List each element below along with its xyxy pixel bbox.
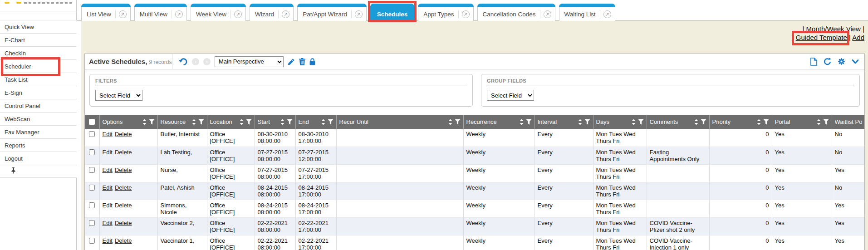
guided-template-link[interactable]: Guided Template — [796, 34, 847, 41]
sort-icon[interactable] — [448, 119, 452, 125]
edit-link[interactable]: Edit — [103, 167, 113, 173]
trash-icon[interactable] — [299, 58, 305, 65]
sort-icon[interactable] — [578, 119, 582, 125]
tab-cancellation-codes[interactable]: Cancellation Codes↗ — [477, 4, 555, 21]
edit-pencil-icon[interactable] — [288, 58, 295, 65]
lock-icon[interactable] — [309, 58, 315, 65]
sidebar-pin-toggle[interactable] — [0, 165, 77, 178]
add-link[interactable]: Add — [852, 34, 864, 41]
filter-funnel-icon[interactable] — [763, 119, 769, 125]
filter-funnel-icon[interactable] — [246, 119, 252, 125]
open-in-new-window-icon[interactable]: ↗ — [119, 10, 127, 18]
edit-link[interactable]: Edit — [103, 237, 113, 244]
delete-link[interactable]: Delete — [115, 184, 132, 191]
open-in-new-window-icon[interactable]: ↗ — [544, 10, 551, 18]
tab-waiting-list[interactable]: Waiting List↗ — [559, 4, 615, 21]
select-all-checkbox[interactable] — [89, 119, 95, 125]
filter-funnel-icon[interactable] — [149, 119, 155, 125]
filter-funnel-icon[interactable] — [328, 119, 333, 125]
delete-link[interactable]: Delete — [115, 220, 132, 226]
edit-link[interactable]: Edit — [103, 220, 113, 226]
sidebar-item-task-list[interactable]: Task List — [0, 73, 77, 86]
open-in-new-window-icon[interactable]: ↗ — [175, 10, 183, 18]
edit-link[interactable]: Edit — [103, 184, 113, 191]
gear-icon[interactable] — [838, 58, 845, 65]
open-in-new-window-icon[interactable]: ↗ — [282, 10, 289, 18]
sort-icon[interactable] — [142, 119, 147, 125]
toolbar-left-group: ‹ › Main Perspective — [172, 56, 315, 67]
edit-link[interactable]: Edit — [103, 202, 113, 209]
sort-icon[interactable] — [632, 119, 636, 125]
filter-funnel-icon[interactable] — [823, 119, 829, 125]
column-header-days: Days — [593, 115, 647, 129]
cell-comments: Fasting Appointments Only — [647, 147, 709, 164]
sidebar-item-checkin[interactable]: Checkin — [0, 46, 77, 59]
group-fields-select[interactable]: Select Field — [487, 90, 534, 101]
sort-icon[interactable] — [520, 119, 524, 125]
refresh-icon[interactable] — [824, 58, 831, 65]
delete-link[interactable]: Delete — [115, 149, 132, 156]
tab-multi-view[interactable]: Multi View↗ — [134, 4, 187, 21]
delete-link[interactable]: Delete — [115, 131, 132, 137]
sidebar-item-scheduler[interactable]: Scheduler — [0, 59, 77, 73]
filter-funnel-icon[interactable] — [638, 119, 644, 125]
sidebar-item-quick-view[interactable]: Quick View — [0, 20, 77, 33]
row-checkbox[interactable] — [89, 167, 95, 173]
sidebar-item-webscan[interactable]: WebScan — [0, 112, 77, 125]
new-document-icon[interactable] — [810, 58, 817, 66]
sidebar-item-reports[interactable]: Reports — [0, 138, 77, 152]
open-in-new-window-icon[interactable]: ↗ — [355, 10, 363, 18]
start-time: 08:00:00 — [258, 191, 293, 198]
tab-appt-types[interactable]: Appt Types↗ — [418, 4, 473, 21]
sort-icon[interactable] — [817, 119, 821, 125]
open-in-new-window-icon[interactable]: ↗ — [603, 10, 611, 18]
sidebar-item-logout[interactable]: Logout — [0, 152, 77, 165]
row-checkbox[interactable] — [89, 202, 95, 208]
column-header-recurrence: Recurrence — [463, 115, 535, 129]
tab-schedules[interactable]: Schedules — [370, 4, 415, 21]
filter-funnel-icon[interactable] — [701, 119, 706, 125]
row-checkbox[interactable] — [89, 220, 95, 226]
row-checkbox[interactable] — [89, 185, 95, 191]
filters-field-select[interactable]: Select Field — [95, 90, 142, 101]
sort-icon[interactable] — [694, 119, 698, 125]
sidebar-item-control-panel[interactable]: Control Panel — [0, 99, 77, 112]
edit-link[interactable]: Edit — [103, 149, 113, 156]
delete-link[interactable]: Delete — [115, 167, 132, 173]
cell-recurrence: Weekly — [463, 164, 535, 182]
chevron-down-icon[interactable] — [852, 59, 859, 64]
filter-funnel-icon[interactable] — [526, 119, 532, 125]
prev-circle-icon[interactable]: ‹ — [192, 58, 199, 65]
delete-link[interactable]: Delete — [115, 237, 132, 244]
sort-icon[interactable] — [757, 119, 761, 125]
tab-list-view[interactable]: List View↗ — [81, 4, 131, 21]
filter-funnel-icon[interactable] — [455, 119, 461, 125]
sidebar-item-e-sign[interactable]: E-Sign — [0, 86, 77, 99]
open-in-new-window-icon[interactable]: ↗ — [462, 10, 470, 18]
filter-funnel-icon[interactable] — [287, 119, 293, 125]
cell-end: 02-22-202117:00:00 — [295, 217, 336, 235]
filter-funnel-icon[interactable] — [198, 119, 204, 125]
month-week-view-link[interactable]: Month/Week View — [806, 25, 861, 33]
sidebar-item-e-chart[interactable]: E-Chart — [0, 33, 77, 46]
row-checkbox[interactable] — [89, 238, 95, 244]
delete-link[interactable]: Delete — [115, 202, 132, 209]
undo-icon[interactable] — [179, 58, 188, 66]
cell-comments: COVID Vaccine-Injection 1 only — [647, 235, 709, 250]
sidebar-item-fax-manager[interactable]: Fax Manager — [0, 125, 77, 138]
sort-icon[interactable] — [192, 119, 196, 125]
row-checkbox[interactable] — [89, 149, 95, 155]
panel-toolbar: Active Schedules,9 records ‹ › Main Pers… — [85, 54, 864, 69]
edit-link[interactable]: Edit — [103, 131, 113, 137]
tab-week-view[interactable]: Week View↗ — [191, 4, 246, 21]
filter-funnel-icon[interactable] — [584, 119, 590, 125]
sort-icon[interactable] — [321, 119, 325, 125]
sort-icon[interactable] — [240, 119, 244, 125]
row-checkbox[interactable] — [89, 131, 95, 137]
next-circle-icon[interactable]: › — [203, 58, 211, 65]
tab-wizard[interactable]: Wizard↗ — [250, 4, 294, 21]
tab-pat-appt-wizard[interactable]: Pat/Appt Wizard↗ — [297, 4, 367, 21]
open-in-new-window-icon[interactable]: ↗ — [234, 10, 242, 18]
sort-icon[interactable] — [280, 119, 284, 125]
perspective-select[interactable]: Main Perspective — [215, 56, 284, 67]
